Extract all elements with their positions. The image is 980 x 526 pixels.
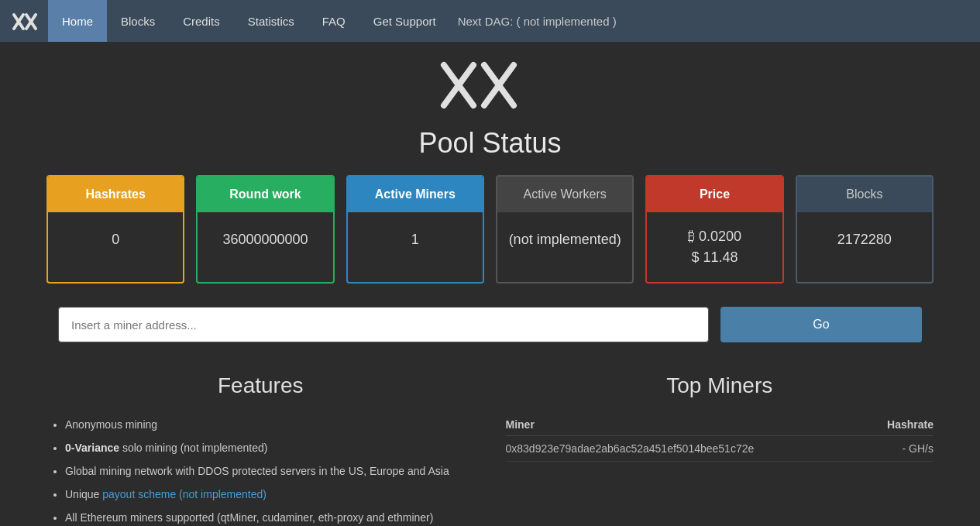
card-price: Price ₿ 0.0200 $ 11.48	[645, 175, 783, 284]
miner-address-input[interactable]	[58, 307, 709, 342]
card-roundwork-label: Round work	[198, 177, 332, 212]
navigation: Home Blocks Credits Statistics FAQ Get S…	[0, 0, 980, 42]
card-price-usd: $ 11.48	[691, 247, 738, 268]
card-blocks-label: Blocks	[797, 177, 932, 212]
card-blocks: Blocks 2172280	[796, 175, 934, 284]
stat-cards: Hashrates 0 Round work 36000000000 Activ…	[0, 175, 980, 284]
features-list: Anonymous mining 0-Variance solo mining …	[46, 414, 475, 526]
card-hashrates: Hashrates 0	[46, 175, 184, 284]
list-item: Global mining network with DDOS protecte…	[65, 460, 475, 482]
miner-hashrate: - GH/s	[866, 436, 934, 462]
nav-item-support[interactable]: Get Support	[359, 0, 450, 42]
card-blocks-value: 2172280	[797, 212, 932, 266]
top-miners-section: Top Miners Miner Hashrate 0x83d923e79ada…	[506, 373, 934, 526]
features-section: Features Anonymous mining 0-Variance sol…	[46, 373, 475, 526]
list-item: 0-Variance solo mining (not implemented)	[65, 437, 475, 459]
card-miners: Active Miners 1	[346, 175, 484, 284]
list-item: Unique payout scheme (not implemented)	[65, 483, 475, 505]
card-price-value: ₿ 0.0200 $ 11.48	[647, 212, 782, 282]
col-hashrate-header: Hashrate	[866, 414, 934, 436]
miners-table: Miner Hashrate 0x83d923e79adae2ab6ac52a4…	[506, 414, 934, 462]
nav-item-home[interactable]: Home	[48, 0, 107, 42]
table-row: 0x83d923e79adae2ab6ac52a451ef5014bee51c7…	[506, 436, 934, 462]
top-miners-title: Top Miners	[506, 373, 934, 398]
card-roundwork: Round work 36000000000	[196, 175, 334, 284]
hero-logo	[0, 42, 980, 119]
card-price-label: Price	[647, 177, 782, 212]
card-workers-value: (not implemented)	[497, 212, 632, 266]
card-workers: Active Workers (not implemented)	[496, 175, 634, 284]
site-logo	[8, 4, 42, 38]
pool-status-title: Pool Status	[0, 127, 980, 160]
nav-item-blocks[interactable]: Blocks	[107, 0, 169, 42]
nav-links: Home Blocks Credits Statistics FAQ Get S…	[48, 0, 450, 42]
bottom-section: Features Anonymous mining 0-Variance sol…	[0, 373, 980, 526]
card-miners-value: 1	[348, 212, 483, 266]
card-miners-label: Active Miners	[348, 177, 483, 212]
nav-item-statistics[interactable]: Statistics	[234, 0, 308, 42]
card-roundwork-value: 36000000000	[198, 212, 332, 266]
card-workers-label: Active Workers	[497, 177, 632, 212]
col-miner-header: Miner	[506, 414, 867, 436]
nav-item-faq[interactable]: FAQ	[308, 0, 359, 42]
list-item: All Ethereum miners supported (qtMiner, …	[65, 507, 475, 526]
card-hashrates-label: Hashrates	[48, 177, 183, 212]
payout-scheme-link[interactable]: payout scheme (not implemented)	[102, 488, 266, 500]
list-item: Anonymous mining	[65, 414, 475, 435]
features-title: Features	[46, 373, 475, 398]
card-hashrates-value: 0	[48, 212, 183, 266]
miner-address: 0x83d923e79adae2ab6ac52a451ef5014bee51c7…	[506, 436, 867, 462]
go-button[interactable]: Go	[720, 307, 922, 342]
nav-item-credits[interactable]: Credits	[169, 0, 234, 42]
search-section: Go	[0, 307, 980, 342]
card-price-btc: ₿ 0.0200	[688, 226, 741, 247]
dag-label: Next DAG: ( not implemented )	[458, 15, 617, 28]
